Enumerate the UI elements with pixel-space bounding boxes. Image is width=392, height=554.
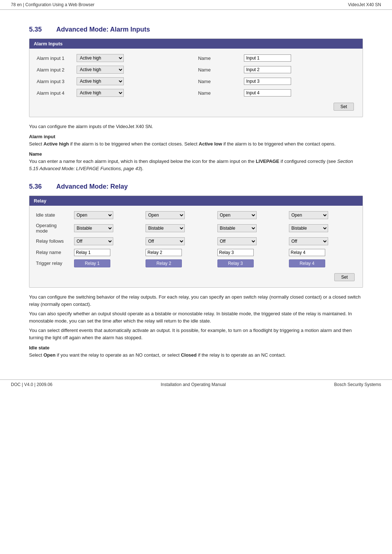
alarm-input-4-label: Alarm input 4 bbox=[34, 87, 74, 99]
relay-name-label: Relay name bbox=[34, 247, 72, 258]
section-35-number: 5.35 bbox=[29, 26, 49, 33]
footer-left: DOC | V4.0 | 2009.06 bbox=[11, 382, 52, 387]
footer-center: Installation and Operating Manual bbox=[161, 382, 226, 387]
relay-name-2-cell bbox=[143, 247, 215, 258]
section-36-body-1: You can configure the switching behavior… bbox=[29, 294, 363, 308]
alarm-input-3-name-input[interactable] bbox=[244, 78, 291, 85]
trigger-relay-1-cell: Relay 1 bbox=[72, 258, 143, 269]
alarm-input-3-name-cell bbox=[241, 75, 358, 87]
relay-name-row: Relay name bbox=[34, 247, 358, 258]
operating-mode-row: Operating mode BistableMonostable Bistab… bbox=[34, 221, 358, 235]
alarm-input-4-select[interactable]: Active high Active low bbox=[77, 89, 124, 97]
table-row: Alarm input 4 Active high Active low Nam… bbox=[34, 87, 358, 99]
section-35-title: Advanced Mode: Alarm Inputs bbox=[56, 26, 150, 33]
operating-mode-2-select[interactable]: BistableMonostable bbox=[146, 224, 185, 232]
table-row: Alarm input 2 Active high Active low Nam… bbox=[34, 64, 358, 75]
alarm-input-3-select[interactable]: Active high Active low bbox=[77, 77, 124, 85]
relay-set-button-row: Set bbox=[34, 269, 358, 283]
trigger-relay-4-button[interactable]: Relay 4 bbox=[289, 259, 325, 267]
idle-state-3-cell: OpenClosed bbox=[215, 209, 287, 221]
idle-state-3-select[interactable]: OpenClosed bbox=[217, 211, 257, 219]
relay-follows-label: Relay follows bbox=[34, 235, 72, 247]
alarm-input-1-name-input[interactable] bbox=[244, 54, 291, 62]
relay-follows-3-cell: OffOn bbox=[215, 235, 287, 247]
operating-mode-3-select[interactable]: BistableMonostable bbox=[217, 224, 257, 232]
alarm-inputs-set-button[interactable]: Set bbox=[334, 103, 354, 111]
section-35-heading: 5.35 Advanced Mode: Alarm Inputs bbox=[29, 26, 363, 33]
alarm-inputs-panel: Alarm Inputs Alarm input 1 Active high A… bbox=[29, 38, 363, 117]
trigger-relay-4-cell: Relay 4 bbox=[287, 258, 358, 269]
relay-name-3-input[interactable] bbox=[217, 249, 254, 256]
relay-table: Idle state OpenClosed OpenClosed bbox=[34, 209, 358, 283]
trigger-relay-3-cell: Relay 3 bbox=[215, 258, 287, 269]
alarm-input-1-label: Alarm input 1 bbox=[34, 52, 74, 64]
alarm-input-3-name-label: Name bbox=[191, 75, 241, 87]
idle-state-4-cell: OpenClosed bbox=[287, 209, 358, 221]
table-row: Alarm input 1 Active high Active low Nam… bbox=[34, 52, 358, 64]
header-left: 78 en | Configuration Using a Web Browse… bbox=[11, 2, 94, 7]
relay-panel-body: Idle state OpenClosed OpenClosed bbox=[29, 206, 363, 287]
operating-mode-4-select[interactable]: BistableMonostable bbox=[289, 224, 328, 232]
idle-state-desc: Select Open if you want the relay to ope… bbox=[29, 352, 363, 359]
section-36-number: 5.36 bbox=[29, 183, 49, 190]
section-36-heading: 5.36 Advanced Mode: Relay bbox=[29, 183, 363, 190]
header-right: VideoJet X40 SN bbox=[348, 2, 381, 7]
operating-mode-label: Operating mode bbox=[34, 221, 72, 235]
name-desc: You can enter a name for each alarm inpu… bbox=[29, 158, 363, 172]
idle-state-4-select[interactable]: OpenClosed bbox=[289, 211, 328, 219]
relay-name-4-input[interactable] bbox=[289, 249, 325, 256]
alarm-input-4-name-cell bbox=[241, 87, 358, 99]
operating-mode-1-select[interactable]: BistableMonostable bbox=[74, 224, 113, 232]
relay-follows-2-select[interactable]: OffOn bbox=[146, 237, 185, 245]
operating-mode-3-cell: BistableMonostable bbox=[215, 221, 287, 235]
relay-follows-3-select[interactable]: OffOn bbox=[217, 237, 257, 245]
operating-mode-1-cell: BistableMonostable bbox=[72, 221, 143, 235]
relay-follows-row: Relay follows OffOn OffOn bbox=[34, 235, 358, 247]
trigger-relay-2-button[interactable]: Relay 2 bbox=[146, 259, 182, 267]
table-row: Alarm input 3 Active high Active low Nam… bbox=[34, 75, 358, 87]
relay-follows-4-select[interactable]: OffOn bbox=[289, 237, 328, 245]
alarm-input-1-name-cell bbox=[241, 52, 358, 64]
idle-state-row: Idle state OpenClosed OpenClosed bbox=[34, 209, 358, 221]
operating-mode-4-cell: BistableMonostable bbox=[287, 221, 358, 235]
alarm-input-2-name-cell bbox=[241, 64, 358, 75]
alarm-input-2-select[interactable]: Active high Active low bbox=[77, 66, 124, 74]
relay-panel-header: Relay bbox=[29, 196, 363, 206]
trigger-relay-row: Trigger relay Relay 1 Relay 2 Relay 3 Re… bbox=[34, 258, 358, 269]
alarm-input-2-dropdown-cell: Active high Active low bbox=[74, 64, 191, 75]
main-content: 5.35 Advanced Mode: Alarm Inputs Alarm I… bbox=[0, 10, 392, 369]
name-subheading: Name bbox=[29, 151, 363, 157]
alarm-inputs-panel-body: Alarm input 1 Active high Active low Nam… bbox=[29, 49, 363, 117]
idle-state-label: Idle state bbox=[34, 209, 72, 221]
idle-state-2-cell: OpenClosed bbox=[143, 209, 215, 221]
relay-follows-1-cell: OffOn bbox=[72, 235, 143, 247]
relay-panel: Relay Idle state OpenClosed O bbox=[29, 196, 363, 288]
relay-set-button[interactable]: Set bbox=[334, 273, 355, 281]
trigger-relay-2-cell: Relay 2 bbox=[143, 258, 215, 269]
alarm-input-2-name-label: Name bbox=[191, 64, 241, 75]
alarm-input-2-label: Alarm input 2 bbox=[34, 64, 74, 75]
section-36-body-3: You can select different events that aut… bbox=[29, 327, 363, 341]
idle-state-2-select[interactable]: OpenClosed bbox=[146, 211, 185, 219]
alarm-input-1-name-label: Name bbox=[191, 52, 241, 64]
relay-name-2-input[interactable] bbox=[146, 249, 182, 256]
relay-name-1-input[interactable] bbox=[74, 249, 110, 256]
trigger-relay-3-button[interactable]: Relay 3 bbox=[217, 259, 254, 267]
idle-state-1-cell: OpenClosed bbox=[72, 209, 143, 221]
alarm-input-4-name-label: Name bbox=[191, 87, 241, 99]
trigger-relay-1-button[interactable]: Relay 1 bbox=[74, 259, 110, 267]
relay-name-3-cell bbox=[215, 247, 287, 258]
idle-state-1-select[interactable]: OpenClosed bbox=[74, 211, 113, 219]
operating-mode-2-cell: BistableMonostable bbox=[143, 221, 215, 235]
alarm-input-2-name-input[interactable] bbox=[244, 66, 291, 73]
alarm-input-subheading: Alarm input bbox=[29, 134, 363, 139]
trigger-relay-label: Trigger relay bbox=[34, 258, 72, 269]
set-button-row: Set bbox=[34, 99, 358, 112]
alarm-input-4-name-input[interactable] bbox=[244, 89, 291, 97]
relay-follows-1-select[interactable]: OffOn bbox=[74, 237, 113, 245]
relay-follows-2-cell: OffOn bbox=[143, 235, 215, 247]
relay-name-1-cell bbox=[72, 247, 143, 258]
alarm-input-3-dropdown-cell: Active high Active low bbox=[74, 75, 191, 87]
alarm-input-1-select[interactable]: Active high Active low bbox=[77, 54, 124, 62]
alarm-input-1-dropdown-cell: Active high Active low bbox=[74, 52, 191, 64]
